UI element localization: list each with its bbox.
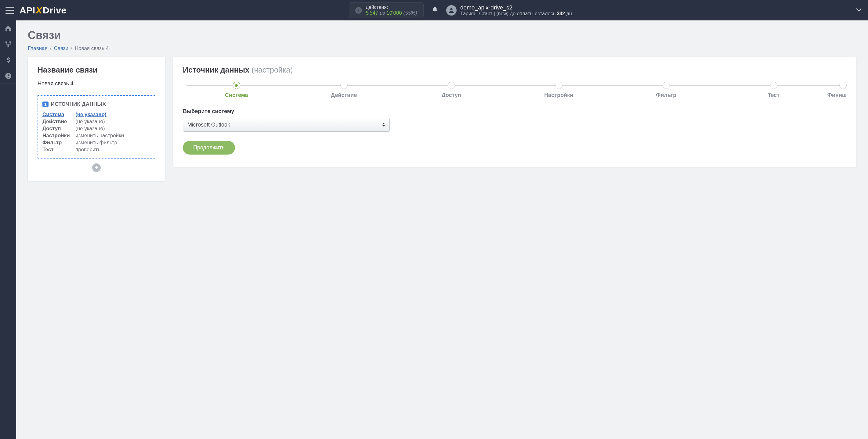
svg-point-0 xyxy=(450,8,452,10)
actions-badge[interactable]: i действия: 5'547 из 10'000 (55%) xyxy=(349,2,424,18)
step-label: Настройки xyxy=(544,92,573,98)
kv-key: Система xyxy=(42,111,75,118)
crumb-current: Новая связь 4 xyxy=(75,45,108,51)
actions-label: действия: xyxy=(366,5,417,10)
kv-row[interactable]: Фильтризменить фильтр xyxy=(42,140,151,146)
step-система[interactable]: Система xyxy=(183,82,290,98)
add-block-button[interactable]: + xyxy=(92,163,101,172)
actions-numbers: 5'547 из 10'000 (55%) xyxy=(366,10,417,16)
step-label: Финиш xyxy=(828,92,847,98)
continue-button[interactable]: Продолжить xyxy=(183,141,235,155)
nav-links[interactable] xyxy=(0,36,16,52)
breadcrumb: Главная/Связи/Новая связь 4 xyxy=(28,45,857,52)
kv-row[interactable]: Доступ(не указано) xyxy=(42,126,151,132)
bell-icon[interactable] xyxy=(432,6,438,14)
step-настройки[interactable]: Настройки xyxy=(505,82,613,98)
kv-value: (не указано) xyxy=(75,119,105,125)
crumb-home[interactable]: Главная xyxy=(28,45,48,51)
kv-value: (не указано) xyxy=(75,126,105,132)
step-circle xyxy=(233,82,240,89)
info-icon: i xyxy=(355,7,362,14)
block-number: 1 xyxy=(42,102,49,107)
step-circle xyxy=(770,82,777,89)
step-circle xyxy=(662,82,670,89)
side-nav xyxy=(0,21,16,439)
kv-value: изменить фильтр xyxy=(75,140,117,146)
block-title: ИСТОЧНИК ДАННЫХ xyxy=(51,101,106,107)
logo[interactable]: APIXDrive xyxy=(20,5,66,15)
select-value: Microsoft Outlook xyxy=(187,122,230,128)
select-label: Выберите систему xyxy=(183,108,847,114)
card-connection-name: Название связи 1 ИСТОЧНИК ДАННЫХ Система… xyxy=(28,57,165,181)
top-bar: APIXDrive i действия: 5'547 из 10'000 (5… xyxy=(0,0,868,21)
nav-home[interactable] xyxy=(0,21,16,36)
avatar-icon[interactable] xyxy=(446,5,457,15)
stepper: СистемаДействиеДоступНастройкиФильтрТест… xyxy=(183,82,847,98)
kv-value: проверить xyxy=(75,147,100,153)
kv-row[interactable]: Тестпроверить xyxy=(42,147,151,153)
page-title: Связи xyxy=(28,29,857,42)
user-block[interactable]: demo_apix-drive_s2 Тариф | Старт | (new)… xyxy=(460,4,573,16)
step-финиш[interactable]: Финиш xyxy=(828,82,847,98)
step-тест[interactable]: Тест xyxy=(720,82,828,98)
step-доступ[interactable]: Доступ xyxy=(398,82,505,98)
step-label: Фильтр xyxy=(656,92,676,98)
card-data-source: Источник данных (настройка) СистемаДейст… xyxy=(173,57,857,167)
svg-rect-2 xyxy=(9,41,11,43)
system-select[interactable]: Microsoft Outlook xyxy=(183,118,390,132)
kv-key: Тест xyxy=(42,147,75,153)
crumb-links[interactable]: Связи xyxy=(54,45,68,51)
main-content: Связи Главная/Связи/Новая связь 4 Назван… xyxy=(16,21,868,439)
kv-key: Фильтр xyxy=(42,140,75,146)
chevron-down-icon[interactable] xyxy=(856,8,862,13)
step-действие[interactable]: Действие xyxy=(290,82,398,98)
step-circle xyxy=(555,82,562,89)
select-caret-icon xyxy=(382,123,385,127)
kv-row[interactable]: Система(не указано) xyxy=(42,111,151,118)
step-label: Тест xyxy=(768,92,779,98)
step-label: Доступ xyxy=(442,92,461,98)
step-circle xyxy=(340,82,348,89)
kv-row[interactable]: Настройкиизменить настройки xyxy=(42,133,151,139)
step-label: Система xyxy=(225,92,248,98)
step-circle xyxy=(839,82,847,89)
svg-rect-3 xyxy=(7,45,9,47)
nav-help[interactable] xyxy=(0,68,16,84)
tariff-line: Тариф | Старт | (new) до оплаты осталось… xyxy=(460,11,573,16)
source-block: 1 ИСТОЧНИК ДАННЫХ Система(не указано)Дей… xyxy=(37,95,155,159)
left-title: Название связи xyxy=(37,66,155,74)
menu-icon[interactable] xyxy=(5,7,14,14)
nav-billing[interactable] xyxy=(0,52,16,68)
svg-rect-1 xyxy=(5,41,7,43)
kv-row[interactable]: Действие(не указано) xyxy=(42,119,151,125)
username: demo_apix-drive_s2 xyxy=(460,4,573,11)
step-circle xyxy=(448,82,455,89)
step-label: Действие xyxy=(331,92,357,98)
right-title: Источник данных (настройка) xyxy=(183,66,847,74)
kv-key: Доступ xyxy=(42,126,75,132)
step-фильтр[interactable]: Фильтр xyxy=(613,82,720,98)
kv-key: Настройки xyxy=(42,133,75,139)
connection-name-input[interactable] xyxy=(37,79,155,89)
kv-value: (не указано) xyxy=(75,111,106,118)
kv-value: изменить настройки xyxy=(75,133,124,139)
kv-key: Действие xyxy=(42,119,75,125)
